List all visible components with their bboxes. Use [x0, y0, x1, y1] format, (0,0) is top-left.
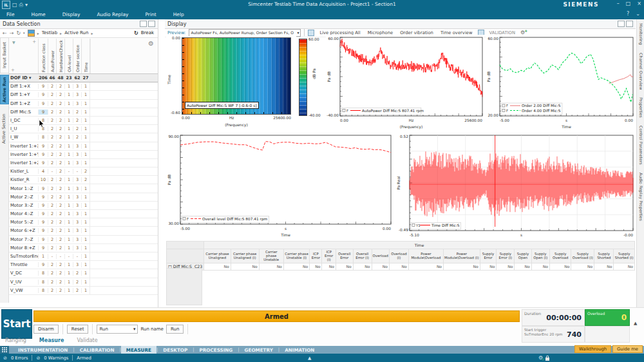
cell[interactable]: 1 — [64, 195, 73, 200]
cell[interactable]: - — [64, 254, 73, 259]
cell[interactable]: 3 — [73, 262, 81, 267]
table-row[interactable]: I_U822121 — [9, 125, 158, 133]
cell[interactable]: 9 — [38, 195, 48, 200]
cell[interactable]: 9 — [38, 92, 48, 97]
cell[interactable]: 1 — [64, 177, 73, 182]
ribbon-tab-processing[interactable]: PROCESSING — [194, 346, 238, 354]
table-row[interactable]: Kistler_L4-2--2 — [9, 167, 158, 176]
cell[interactable]: 2 — [48, 144, 56, 149]
column-header[interactable]: HardwareCheck — [57, 39, 65, 73]
history-dropdown-icon[interactable]: ▾ — [23, 31, 25, 35]
table-row[interactable]: I_DC822121 — [9, 117, 158, 125]
cell[interactable]: 9 — [38, 84, 48, 89]
cell[interactable]: 3 — [73, 211, 81, 216]
cell[interactable]: 27 — [81, 75, 90, 81]
cell[interactable]: - — [73, 169, 81, 174]
cell[interactable]: 1 — [81, 262, 90, 267]
refresh-icon[interactable]: ↻ — [134, 30, 138, 36]
cell[interactable]: 2 — [56, 262, 64, 267]
cell[interactable]: 1 — [81, 237, 90, 242]
cell[interactable]: 2 — [48, 177, 56, 182]
controls-collapse-icon[interactable]: ▲ — [634, 321, 637, 326]
cell[interactable]: 2 — [81, 177, 90, 182]
cell[interactable]: 2 — [48, 186, 56, 191]
cell[interactable]: 1 — [81, 126, 90, 131]
cell[interactable]: 2 — [48, 118, 56, 123]
cell[interactable]: 3 — [73, 152, 81, 157]
cell[interactable]: 8 — [38, 271, 48, 276]
panel-maximize-icon[interactable] — [148, 21, 155, 27]
cell[interactable]: 1 — [64, 203, 73, 208]
cell[interactable]: 1 — [64, 288, 73, 293]
table-row[interactable]: Motor 7:-Z922131 — [9, 236, 158, 244]
disarm-button[interactable]: Disarm — [33, 325, 59, 334]
panel-float-icon[interactable] — [140, 21, 147, 27]
cell[interactable]: 1 — [81, 144, 90, 149]
cell[interactable]: 9 — [38, 228, 48, 233]
table-settings-gear-icon[interactable]: ⚙ — [148, 40, 154, 47]
cell[interactable]: 2 — [73, 118, 81, 123]
cell[interactable]: 2 — [73, 135, 81, 140]
cell[interactable]: 9 — [38, 160, 48, 166]
cell[interactable]: 2 — [48, 195, 56, 200]
cell[interactable]: 3 — [73, 220, 81, 225]
panel-float-icon[interactable] — [618, 21, 625, 27]
cell[interactable]: 9 — [38, 186, 48, 191]
sidebar-tab-monitoring[interactable]: Monitoring — [639, 19, 643, 49]
cell[interactable]: 2 — [56, 220, 64, 225]
cell[interactable]: 9 — [38, 110, 48, 115]
warnings-count[interactable]: 0 Warnings — [44, 356, 68, 361]
cell[interactable]: 2 — [48, 237, 56, 242]
cell[interactable]: 8 — [38, 288, 48, 293]
cell[interactable]: 2 — [56, 203, 64, 208]
cell[interactable]: - — [56, 254, 64, 259]
table-row[interactable]: I_W822121 — [9, 133, 158, 142]
walkthrough-button[interactable]: Walkthrough — [574, 345, 611, 353]
cell[interactable]: 1 — [64, 160, 73, 166]
run-mode-dropdown[interactable]: Run▾ — [97, 325, 138, 334]
reset-button[interactable]: Reset — [67, 325, 89, 334]
ribbon-tab-instrumentation[interactable]: INSTRUMENTATION — [13, 346, 73, 354]
cell[interactable]: 8 — [38, 135, 48, 140]
cell[interactable]: 1 — [64, 126, 73, 131]
cell[interactable]: 1 — [64, 118, 73, 123]
cell[interactable]: 1 — [81, 84, 90, 89]
cell[interactable]: 3 — [73, 101, 81, 106]
cell[interactable]: 1 — [81, 288, 90, 293]
filter-icon[interactable]: ▼ — [12, 40, 15, 44]
cell[interactable]: 2 — [48, 288, 56, 293]
cell[interactable]: 3 — [73, 160, 81, 166]
cell[interactable]: 1 — [64, 152, 73, 157]
cell[interactable]: 2 — [56, 126, 64, 131]
cell[interactable]: 3 — [73, 203, 81, 208]
cell[interactable]: 2 — [56, 135, 64, 140]
cell[interactable]: 1 — [81, 152, 90, 157]
cell[interactable]: 2 — [56, 118, 64, 123]
table-row[interactable]: Motor 6:+Z922131 — [9, 227, 158, 235]
cell[interactable]: 9 — [38, 245, 48, 251]
back-icon[interactable]: ← — [3, 30, 7, 36]
add-column-icon[interactable]: + — [32, 39, 36, 44]
guide-me-button[interactable]: Guide me — [612, 345, 643, 353]
cell[interactable]: 2 — [56, 280, 64, 285]
cell[interactable]: 1 — [81, 271, 90, 276]
steptab-ranging[interactable]: Ranging — [5, 338, 26, 343]
sidebar-tab-control-parameters[interactable]: Control Parameters — [639, 122, 643, 169]
ribbon-tab-geometry[interactable]: GEOMETRY — [240, 346, 278, 354]
cell[interactable]: 1 — [81, 254, 90, 259]
cell[interactable]: 1 — [81, 186, 90, 191]
errors-count[interactable]: 0 Errors — [11, 356, 28, 361]
colormap-plot[interactable]: AutoPower Diff Mic:S WF 7 [-0.6-0 s] — [182, 37, 291, 115]
table-row[interactable]: Motor 5:-Z922131 — [9, 218, 158, 227]
cell[interactable]: 2 — [73, 126, 81, 131]
close-button[interactable]: × — [637, 1, 641, 6]
cell[interactable]: 2 — [48, 203, 56, 208]
cell[interactable]: 9 — [38, 211, 48, 216]
cell[interactable]: 2 — [56, 160, 64, 166]
cell[interactable]: 3 — [73, 237, 81, 242]
cell[interactable]: 1 — [81, 110, 90, 115]
expand-icon[interactable]: ▲ — [308, 356, 311, 361]
cell[interactable]: 1 — [64, 245, 73, 251]
cell[interactable]: 2 — [48, 152, 56, 157]
cell[interactable]: 4 — [38, 169, 48, 174]
